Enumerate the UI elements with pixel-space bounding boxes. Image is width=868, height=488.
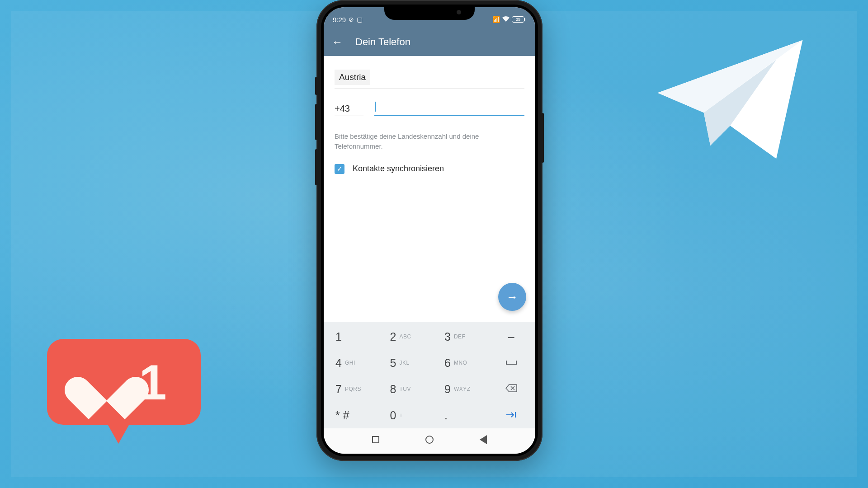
like-bubble: 1 — [47, 339, 201, 443]
keypad-key-3[interactable]: 3DEF — [434, 324, 489, 350]
sync-label: Kontakte synchronisieren — [353, 164, 444, 174]
status-time: 9:29 — [333, 16, 346, 23]
keypad-letters: JKL — [399, 360, 409, 366]
keypad-letters: + — [399, 412, 403, 418]
keypad-key-8[interactable]: 8TUV — [380, 376, 435, 402]
keypad-digit: * # — [335, 409, 349, 422]
checkbox-checked-icon[interactable]: ✓ — [335, 164, 344, 174]
content-area: Austria +43 Bitte bestätige deine Landes… — [324, 56, 535, 322]
keypad-digit: 7 — [335, 383, 342, 396]
space-icon — [505, 358, 517, 368]
keypad-letters: TUV — [399, 386, 411, 392]
battery-icon: 25 — [512, 16, 524, 23]
keypad-digit: 6 — [444, 357, 451, 370]
heart-icon — [81, 359, 131, 404]
hint-text: Bitte bestätige deine Landeskennzahl und… — [335, 131, 497, 151]
keypad-letters: MNO — [454, 360, 467, 366]
keypad-digit: 0 — [390, 409, 396, 422]
keypad-key-6[interactable]: 6MNO — [434, 350, 489, 376]
keypad-key-0[interactable]: 0+ — [380, 402, 435, 428]
keypad-key-1[interactable]: 1 — [326, 324, 380, 350]
keypad-digit: 1 — [335, 330, 342, 343]
keypad-digit: 5 — [390, 357, 396, 370]
keypad-key-[interactable]: * # — [326, 402, 380, 428]
keypad-digit: 4 — [335, 357, 342, 370]
submit-fab[interactable]: → — [498, 283, 526, 311]
country-code-input[interactable]: +43 — [335, 103, 363, 116]
phone-number-input[interactable] — [374, 102, 524, 116]
keypad-go[interactable] — [489, 402, 534, 428]
go-icon — [505, 410, 517, 421]
keypad-key-2[interactable]: 2ABC — [380, 324, 435, 350]
keypad-letters: ABC — [399, 333, 411, 340]
keypad-digit: 2 — [390, 330, 396, 343]
keypad-letters: DEF — [454, 333, 466, 340]
phone-notch — [384, 5, 475, 20]
keypad-key-[interactable]: . — [434, 402, 489, 428]
nav-recent-button[interactable] — [371, 435, 381, 445]
android-nav-bar — [324, 428, 535, 454]
keypad-space[interactable] — [489, 350, 534, 376]
numeric-keyboard: 12ABC3DEF–4GHI5JKL6MNO7PQRS8TUV9WXYZ* #0… — [324, 322, 535, 428]
nav-home-button[interactable] — [425, 435, 434, 445]
nav-back-button[interactable] — [478, 435, 488, 445]
keypad-key-5[interactable]: 5JKL — [380, 350, 435, 376]
backspace-icon — [505, 384, 517, 394]
keypad-digit: . — [444, 409, 448, 422]
dash-icon: – — [508, 330, 514, 343]
country-selector[interactable]: Austria — [335, 70, 370, 85]
sync-contacts-row[interactable]: ✓ Kontakte synchronisieren — [335, 164, 524, 174]
keypad-backspace[interactable] — [489, 376, 534, 402]
telegram-plane-icon — [651, 32, 809, 167]
keypad-letters: PQRS — [345, 386, 361, 392]
signal-icon: 📶 — [492, 16, 500, 23]
keypad-key-7[interactable]: 7PQRS — [326, 376, 380, 402]
keypad-key-4[interactable]: 4GHI — [326, 350, 380, 376]
phone-mockup: 9:29 ⊘ ▢ 📶 25 ← Dein Telefon Austria — [316, 0, 542, 461]
page-title: Dein Telefon — [355, 36, 410, 48]
wifi-icon — [502, 16, 509, 23]
arrow-right-icon: → — [506, 290, 518, 304]
sim-icon: ▢ — [357, 16, 363, 23]
app-header: ← Dein Telefon — [324, 28, 535, 56]
alarm-off-icon: ⊘ — [349, 16, 354, 23]
keypad-letters: GHI — [345, 360, 355, 366]
keypad-digit: 8 — [390, 383, 396, 396]
keypad-dash[interactable]: – — [489, 324, 534, 350]
keypad-digit: 9 — [444, 383, 451, 396]
back-arrow-icon[interactable]: ← — [332, 36, 343, 48]
keypad-key-9[interactable]: 9WXYZ — [434, 376, 489, 402]
keypad-digit: 3 — [444, 330, 451, 343]
keypad-letters: WXYZ — [454, 386, 471, 392]
